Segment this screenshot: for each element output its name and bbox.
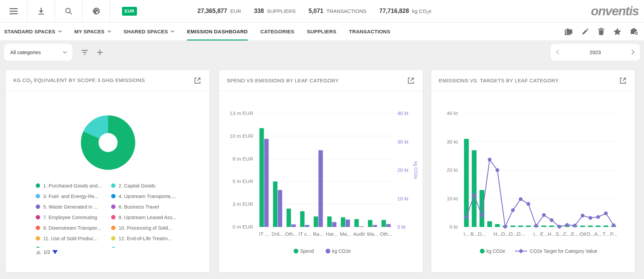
legend-dot	[36, 247, 40, 248]
legend-label: 2. Capital Goods	[119, 183, 155, 188]
legend-item[interactable]: 4. Upstream Transporta....	[111, 191, 190, 201]
card-header: SPEND VS EMISSIONS BY LEAF CATEGORY	[219, 70, 423, 91]
svg-text:IT c...: IT c...	[298, 231, 311, 237]
svg-text:30 kt: 30 kt	[447, 139, 458, 145]
expand-button[interactable]	[619, 76, 627, 85]
add-space-button[interactable]	[630, 28, 639, 35]
category-dropdown[interactable]: All categories	[4, 44, 72, 61]
scope3-donut-chart[interactable]	[81, 115, 135, 170]
legend-label: 8. Upstream Leased Ass...	[119, 215, 176, 220]
emissions-targets-chart[interactable]: 40 kt30 kt20 kt10 kt0 ktI...B...D...H...…	[431, 91, 635, 272]
svg-text:Oil: Oil	[579, 231, 586, 237]
edit-button[interactable]	[582, 28, 589, 35]
svg-text:3 m EUR: 3 m EUR	[232, 201, 253, 207]
star-icon	[613, 28, 621, 35]
legend-page-down-icon[interactable]	[52, 250, 58, 254]
legend-item[interactable]	[36, 244, 111, 248]
scope3-legend: 1. Purchased Goods and...2. Capital Good…	[36, 180, 199, 248]
svg-text:O...: O...	[501, 231, 509, 237]
search-button[interactable]	[55, 0, 83, 22]
svg-text:Oth...: Oth...	[285, 231, 297, 237]
legend-item[interactable]: 1. Purchased Goods and...	[36, 180, 111, 191]
stat-spend: 27,365,877 EUR	[197, 7, 241, 15]
menu-button[interactable]	[0, 0, 28, 22]
legend-dot	[111, 183, 116, 188]
legend-label: 1. Purchased Goods and...	[43, 183, 102, 188]
tab-categories[interactable]: CATEGORIES	[260, 22, 294, 40]
legend-item[interactable]: 3. Fuel- and Energy-Re...	[36, 191, 111, 201]
year-value: 2023	[590, 49, 601, 55]
legend-item[interactable]	[111, 244, 190, 248]
svg-text:H...: H...	[548, 231, 556, 237]
duplicate-button[interactable]	[564, 28, 573, 35]
kpi-stats: 27,365,877 EUR 338 SUPPLIERS 5,071 TRANS…	[197, 0, 431, 22]
tab-emission-dashboard[interactable]: EMISSION DASHBOARD	[187, 22, 248, 40]
theme-button[interactable]	[83, 0, 110, 22]
space-actions	[564, 22, 644, 40]
stat-co2e-label: kg CO2e	[412, 8, 431, 15]
legend-item[interactable]: 6. Business Travel	[111, 201, 190, 212]
svg-text:Dril...: Dril...	[272, 231, 283, 237]
tab-transactions[interactable]: TRANSACTIONS	[349, 22, 390, 40]
tab-suppliers[interactable]: SUPPLIERS	[307, 22, 336, 40]
filter-bar: All categories 2023	[0, 41, 644, 64]
legend-dot	[111, 215, 116, 219]
currency-badge[interactable]: EUR	[122, 7, 137, 16]
legend-label: 7. Employee Commuting	[43, 215, 97, 220]
favorite-button[interactable]	[613, 28, 621, 35]
add-filter-button[interactable]	[97, 49, 103, 55]
svg-text:P...: P...	[610, 231, 617, 237]
expand-button[interactable]	[193, 76, 202, 85]
previous-year-button[interactable]	[556, 50, 559, 55]
hamburger-icon	[10, 8, 18, 14]
svg-text:0 kt: 0 kt	[397, 224, 406, 230]
stat-spend-label: EUR	[230, 8, 241, 14]
svg-text:10 kt: 10 kt	[447, 196, 458, 201]
legend-item[interactable]: 8. Upstream Leased Ass...	[111, 212, 190, 223]
legend-item[interactable]: 10. Processing of Sold...	[111, 223, 190, 233]
svg-text:20 kt: 20 kt	[447, 167, 458, 173]
open-in-new-icon	[619, 76, 627, 85]
download-button[interactable]	[28, 0, 55, 22]
stat-suppliers: 338 SUPPLIERS	[254, 7, 295, 15]
legend-item[interactable]: 7. Employee Commuting	[36, 212, 111, 223]
svg-text:CO2e Target for Category Value: CO2e Target for Category Value	[530, 248, 597, 254]
legend-dot	[36, 183, 40, 188]
legend-item[interactable]: 12. End-of-Life Treatm...	[111, 233, 190, 244]
legend-item[interactable]: 2. Capital Goods	[111, 180, 190, 191]
svg-text:30 kt: 30 kt	[397, 139, 408, 145]
svg-text:Ba...: Ba...	[313, 231, 324, 237]
chevron-down-icon	[171, 30, 174, 33]
open-in-new-icon	[406, 76, 415, 85]
stat-transactions: 5,071 TRANSACTIONS	[309, 7, 366, 15]
legend-dot	[36, 236, 40, 241]
legend-pagination: 1/2	[36, 249, 58, 255]
legend-item[interactable]: 11. Use of Sold Produc...	[36, 233, 111, 244]
legend-dot	[36, 194, 40, 198]
svg-text:Wa...: Wa...	[367, 231, 378, 237]
spend-emissions-chart[interactable]: 13 m EUR10 m EUR8 m EUR5 m EUR3 m EUR0 m…	[219, 91, 423, 272]
add-space-icon	[630, 28, 639, 35]
legend-page-up-icon[interactable]	[36, 250, 41, 254]
legend-label: 6. Business Travel	[119, 204, 159, 210]
svg-text:20 kt: 20 kt	[397, 167, 408, 173]
legend-label: 11. Use of Sold Produc...	[43, 236, 98, 241]
svg-text:10 m EUR: 10 m EUR	[230, 133, 253, 139]
palette-icon	[92, 7, 100, 15]
delete-button[interactable]	[598, 28, 604, 35]
card-title: KG CO2 EQUIVALENT BY SCOPE 3 GHG EMISSIO…	[13, 77, 145, 84]
nav-shared-spaces[interactable]: SHARED SPACES	[124, 22, 175, 40]
legend-item[interactable]: 5. Waste Generated in ...	[36, 201, 111, 212]
legend-label: 5. Waste Generated in ...	[43, 204, 98, 210]
svg-text:40 kt: 40 kt	[447, 110, 458, 116]
filter-button[interactable]	[81, 50, 88, 55]
svg-text:Oth...: Oth...	[380, 231, 393, 237]
legend-item[interactable]: 9. Downstream Transpor...	[36, 223, 111, 233]
nav-standard-spaces[interactable]: STANDARD SPACES	[4, 22, 62, 40]
chevron-down-icon	[63, 51, 67, 54]
nav-my-spaces[interactable]: MY SPACES	[74, 22, 111, 40]
expand-button[interactable]	[406, 76, 415, 85]
chevron-right-icon	[631, 50, 634, 55]
next-year-button[interactable]	[631, 50, 634, 55]
copy-folder-icon	[564, 28, 573, 35]
